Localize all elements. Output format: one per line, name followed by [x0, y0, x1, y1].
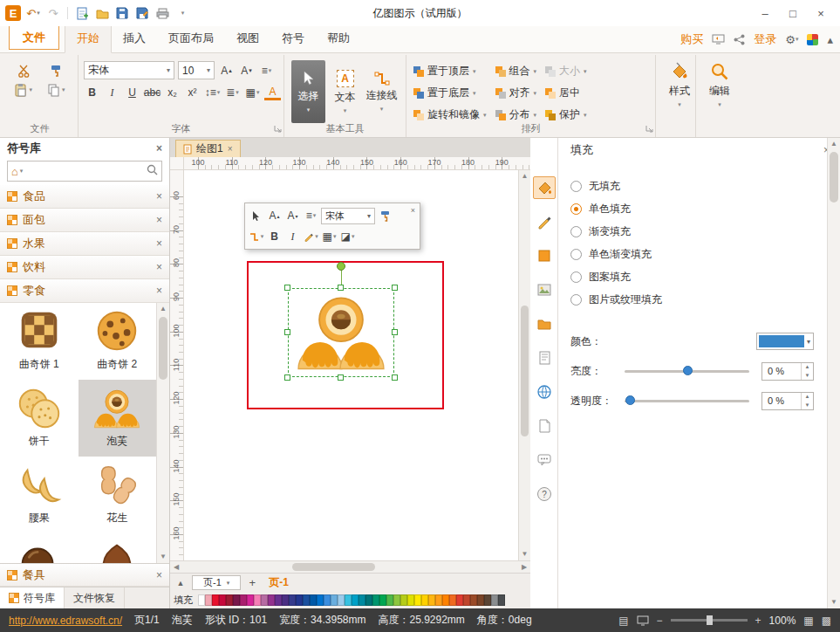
mini-increase-font-icon[interactable]: A▴: [266, 207, 283, 224]
spinner-arrows[interactable]: ▲▼: [801, 363, 813, 380]
palette-swatch[interactable]: [212, 594, 219, 606]
palette-swatch[interactable]: [442, 594, 449, 606]
edrawsoft-link[interactable]: http://www.edrawsoft.cn/: [9, 615, 122, 627]
font-color-button[interactable]: A: [264, 86, 281, 100]
send-to-back-button[interactable]: 置于底层▾: [412, 82, 488, 104]
category-bread[interactable]: 面包×: [0, 209, 169, 232]
hyperlink-icon[interactable]: [533, 381, 556, 403]
mini-toolbar-close-icon[interactable]: ×: [407, 204, 419, 216]
palette-swatch[interactable]: [261, 594, 268, 606]
line-style-icon[interactable]: [533, 210, 556, 233]
scroll-up-icon[interactable]: ▲: [828, 138, 840, 150]
category-snacks[interactable]: 零食×: [0, 279, 169, 303]
table-icon[interactable]: ▦▾: [244, 84, 261, 101]
text-align-icon[interactable]: ≡▾: [258, 62, 275, 79]
edit-button[interactable]: 编辑▾: [701, 58, 738, 108]
device-sync-icon[interactable]: [712, 34, 725, 45]
palette-swatch[interactable]: [219, 594, 226, 606]
fill-tool-icon[interactable]: [533, 176, 556, 199]
settings-gear-icon[interactable]: ⚙▾: [785, 33, 798, 46]
tab-view[interactable]: 视图: [225, 25, 270, 52]
select-tool-button[interactable]: 选择▾: [291, 60, 325, 123]
mini-pen-icon[interactable]: ▾: [303, 228, 319, 245]
palette-swatch[interactable]: [345, 594, 352, 606]
tab-home[interactable]: 开始: [65, 24, 112, 53]
palette-swatch[interactable]: [470, 594, 477, 606]
page-tab[interactable]: 页-1▾: [192, 575, 241, 590]
brightness-slider[interactable]: [625, 362, 749, 380]
scrollbar-thumb[interactable]: [159, 317, 167, 380]
center-button[interactable]: 居中: [543, 82, 589, 104]
presentation-view-icon[interactable]: [637, 615, 649, 626]
fill-option-none[interactable]: 无填充: [570, 175, 814, 197]
tab-help[interactable]: 帮助: [316, 25, 361, 52]
mini-font-select[interactable]: 宋体▾: [321, 208, 375, 224]
page-setup-icon[interactable]: [533, 415, 556, 437]
fill-color-dropdown[interactable]: ▾: [756, 333, 814, 350]
palette-swatch[interactable]: [421, 594, 428, 606]
fill-option-pattern[interactable]: 图案填充: [570, 265, 814, 288]
scrollbar-thumb[interactable]: [830, 152, 838, 203]
category-close-icon[interactable]: ×: [156, 261, 162, 273]
maximize-button[interactable]: □: [779, 3, 807, 23]
horizontal-scrollbar[interactable]: ◀ ▶: [170, 560, 530, 573]
palette-swatch[interactable]: [491, 594, 498, 606]
mini-connector-icon[interactable]: ▾: [248, 228, 264, 245]
search-icon[interactable]: [147, 164, 158, 178]
slider-thumb[interactable]: [625, 395, 635, 405]
palette-swatch[interactable]: [352, 594, 359, 606]
cut-icon[interactable]: [17, 64, 31, 78]
slider-thumb[interactable]: [683, 366, 693, 375]
italic-button[interactable]: I: [104, 84, 120, 101]
addons-icon[interactable]: [807, 34, 818, 45]
symbol-search-input[interactable]: [26, 165, 143, 177]
copy-icon[interactable]: ▾: [47, 83, 65, 97]
palette-swatch[interactable]: [310, 594, 317, 606]
drawing-viewport[interactable]: × A▴ A▾ ≡▾ 宋体▾ ▾ B I: [184, 170, 518, 560]
palette-swatch[interactable]: [331, 594, 338, 606]
symbol-item-cookie1[interactable]: 曲奇饼 1: [0, 303, 79, 380]
open-file-icon[interactable]: [94, 4, 110, 22]
category-close-icon[interactable]: ×: [156, 285, 162, 297]
category-close-icon[interactable]: ×: [156, 237, 162, 250]
selected-shape-graphic[interactable]: [290, 291, 392, 374]
palette-swatch[interactable]: [275, 594, 282, 606]
resize-handle-w[interactable]: [284, 329, 290, 335]
palette-swatch[interactable]: [498, 594, 505, 606]
resize-handle-ne[interactable]: [392, 285, 398, 291]
subscript-button[interactable]: x₂: [164, 84, 181, 101]
share-icon[interactable]: [734, 34, 745, 45]
underline-button[interactable]: U: [124, 84, 140, 101]
palette-swatch[interactable]: [400, 594, 407, 606]
line-spacing-icon[interactable]: ↕≡▾: [204, 84, 221, 101]
scroll-up-icon[interactable]: ▲: [157, 303, 169, 315]
comment-icon[interactable]: [533, 449, 556, 471]
palette-swatch[interactable]: [428, 594, 435, 606]
document-tab[interactable]: 绘图1 ×: [175, 140, 241, 157]
connector-tool-button[interactable]: 连接线▾: [365, 60, 399, 123]
palette-swatch[interactable]: [338, 594, 345, 606]
palette-swatch[interactable]: [449, 594, 456, 606]
zoom-slider-thumb[interactable]: [707, 615, 713, 625]
panel-scrollbar[interactable]: ▲ ▼: [827, 138, 840, 608]
shape-selection[interactable]: [288, 288, 394, 377]
palette-swatch[interactable]: [254, 594, 261, 606]
scrollbar-thumb[interactable]: [292, 563, 375, 571]
align-button[interactable]: 对齐▾: [494, 82, 539, 104]
zoom-in-icon[interactable]: +: [755, 615, 761, 627]
symbol-item-peanut[interactable]: 花生: [79, 457, 157, 533]
tab-insert[interactable]: 插入: [112, 25, 157, 52]
mini-cursor-icon[interactable]: [248, 207, 264, 224]
palette-swatch[interactable]: [365, 594, 372, 606]
mini-bold-button[interactable]: B: [266, 228, 283, 245]
palette-swatch[interactable]: [407, 594, 414, 606]
qat-customize-button[interactable]: ▾: [174, 4, 190, 22]
document-tab-close-icon[interactable]: ×: [228, 144, 233, 154]
grid-toggle-icon[interactable]: ▩: [822, 615, 831, 627]
mini-decrease-font-icon[interactable]: A▾: [284, 207, 301, 224]
mini-table-icon[interactable]: ▦▾: [321, 228, 338, 245]
buy-link[interactable]: 购买: [680, 31, 703, 47]
save-icon[interactable]: [114, 4, 130, 22]
symbol-item-chestnut[interactable]: [79, 533, 157, 563]
mini-format-painter-icon[interactable]: [377, 207, 393, 224]
